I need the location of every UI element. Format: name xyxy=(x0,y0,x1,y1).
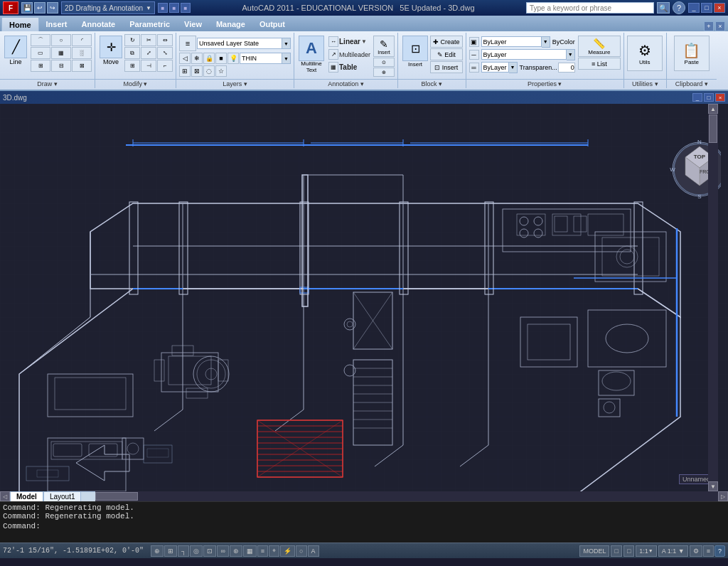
qp-btn[interactable]: ⚡ xyxy=(280,545,295,557)
info-btn[interactable]: ? xyxy=(673,1,685,14)
line-button[interactable]: ╱ Line xyxy=(3,34,28,67)
layout1-tab[interactable]: Layout1 xyxy=(43,491,82,501)
scroll-up-btn[interactable]: ▲ xyxy=(708,104,718,114)
ribbon-x[interactable]: × xyxy=(715,21,725,31)
ann-btn[interactable]: A xyxy=(308,545,319,557)
tb-btn2[interactable]: ■ xyxy=(169,3,179,13)
tp-btn[interactable]: ⌖ xyxy=(269,545,279,557)
layer-manager-btn[interactable]: ≡ xyxy=(179,36,196,51)
toolbar-btn[interactable]: ≡ xyxy=(703,545,714,557)
workspace-sw-btn[interactable]: ⚙ xyxy=(690,545,702,557)
boundary-btn[interactable]: ⊞ xyxy=(31,60,50,72)
layer-light-btn[interactable]: 💡 xyxy=(228,53,239,64)
tab-insert[interactable]: Insert xyxy=(39,17,75,31)
viewport-btn2[interactable]: □ xyxy=(623,545,634,557)
edit-block-btn[interactable]: ✎ Edit xyxy=(430,48,463,60)
scroll-down-btn[interactable]: ▼ xyxy=(708,481,718,491)
hatch-btn[interactable]: ▦ xyxy=(51,47,71,59)
model-space-btn[interactable]: MODEL xyxy=(579,545,609,557)
tb-btn1[interactable]: ■ xyxy=(158,3,168,13)
otrack-btn[interactable]: ∞ xyxy=(217,545,228,557)
lineweight-dropdown[interactable]: ByLayer xyxy=(481,62,509,73)
tab-parametric[interactable]: Parametric xyxy=(122,17,177,31)
paste-button[interactable]: 📋Paste xyxy=(674,36,710,71)
fillet-btn[interactable]: ⌐ xyxy=(157,60,173,72)
app-menu-button[interactable]: F xyxy=(3,1,18,14)
insert-block-btn2[interactable]: ⊡ Insert xyxy=(430,61,463,73)
viewport-btn1[interactable]: □ xyxy=(611,545,621,557)
circle-btn[interactable]: ○ xyxy=(51,34,71,46)
gradient-btn[interactable]: ░ xyxy=(72,47,92,59)
lineweight-arrow[interactable]: ▼ xyxy=(509,62,518,73)
layer-state-dropdown[interactable]: Unsaved Layer State xyxy=(197,38,282,49)
osnap-btn[interactable]: ⊡ xyxy=(203,545,216,557)
tab-annotate[interactable]: Annotate xyxy=(75,17,123,31)
create-block-btn[interactable]: ✚ Create xyxy=(430,36,463,48)
ann-extra1[interactable]: ⊙ xyxy=(373,58,395,67)
layer-color-btn[interactable]: ■ xyxy=(215,53,227,64)
layer-state-arrow[interactable]: ▼ xyxy=(282,38,291,49)
insert-block-button[interactable]: ⊡ Insert xyxy=(401,36,429,73)
table-btn[interactable]: ▦ xyxy=(328,62,338,73)
polyline-btn[interactable]: ⌒ xyxy=(31,34,50,46)
minimize-button[interactable]: _ xyxy=(688,3,700,13)
undo-quick[interactable]: ↩ xyxy=(34,2,46,14)
maximize-button[interactable]: □ xyxy=(701,3,712,13)
snap-btn[interactable]: ⊕ xyxy=(151,545,164,557)
command-input[interactable] xyxy=(41,522,725,530)
extend-btn[interactable]: ⊣ xyxy=(141,60,156,72)
save-quick[interactable]: 💾 xyxy=(21,2,33,14)
scroll-thumb-v[interactable] xyxy=(709,114,717,143)
tab-output[interactable]: Output xyxy=(252,17,292,31)
list-btn[interactable]: ≡ List xyxy=(578,58,621,70)
move-button[interactable]: ✛ Move xyxy=(98,34,124,67)
measure-btn[interactable]: 📏Measure xyxy=(578,36,621,57)
stretch-btn[interactable]: ⤢ xyxy=(141,47,156,59)
multileader-btn[interactable]: ↗ xyxy=(328,49,338,60)
layer-lock-btn[interactable]: 🔒 xyxy=(203,53,215,64)
linetype-dropdown[interactable]: ByLayer xyxy=(481,49,567,60)
scroll-thumb-h[interactable] xyxy=(95,492,138,501)
dyn-btn[interactable]: ▦ xyxy=(243,545,257,557)
color-arrow[interactable]: ▼ xyxy=(542,36,550,48)
trim-btn[interactable]: ✂ xyxy=(141,34,156,46)
grid-btn[interactable]: ⊞ xyxy=(164,545,177,557)
layer-name-arrow[interactable]: ▼ xyxy=(282,53,291,64)
inner-minimize[interactable]: _ xyxy=(692,93,702,102)
transparency-input[interactable] xyxy=(558,63,575,73)
workspace-selector[interactable]: 2D Drafting & Annotation ▼ xyxy=(61,1,155,14)
ribbon-plus[interactable]: + xyxy=(704,21,714,31)
tab-home[interactable]: Home xyxy=(1,17,39,31)
scale-btn[interactable]: ⤡ xyxy=(157,47,173,59)
mirror-btn[interactable]: ⇔ xyxy=(157,34,173,46)
sc-btn[interactable]: ○ xyxy=(296,545,306,557)
scale-btn[interactable]: 1:1 ▼ xyxy=(636,545,656,557)
ann-extra2[interactable]: ⊕ xyxy=(373,68,395,77)
scroll-right-btn[interactable]: ▷ xyxy=(718,491,728,501)
scroll-left-btn[interactable]: ◁ xyxy=(0,491,10,501)
layer-btn3[interactable]: ◌ xyxy=(203,65,215,77)
tb-btn3[interactable]: ■ xyxy=(181,3,191,13)
linetype-arrow[interactable]: ▼ xyxy=(567,49,575,60)
layer-freeze-btn[interactable]: ❄ xyxy=(191,53,203,64)
layer-prev-btn[interactable]: ◁ xyxy=(179,53,191,64)
search-btn[interactable]: 🔍 xyxy=(657,2,670,14)
right-scrollbar[interactable]: ▲ ▼ xyxy=(708,104,718,491)
tab-view[interactable]: View xyxy=(177,17,209,31)
tab-manage[interactable]: Manage xyxy=(209,17,252,31)
inner-maximize[interactable]: □ xyxy=(704,93,714,102)
layer-btn1[interactable]: ⊞ xyxy=(179,65,191,77)
inner-close[interactable]: × xyxy=(715,93,725,102)
bottom-scrollbar[interactable]: ◁ Model Layout1 ▷ xyxy=(0,491,728,501)
ortho-btn[interactable]: ┐ xyxy=(178,545,189,557)
region-btn[interactable]: ⊟ xyxy=(51,60,71,72)
close-button[interactable]: × xyxy=(714,3,725,13)
copy-btn[interactable]: ⧉ xyxy=(124,47,140,59)
color-dropdown[interactable]: ByLayer xyxy=(481,36,542,47)
insert-ann-btn[interactable]: ✎Insert xyxy=(373,36,395,57)
ducs-btn[interactable]: ⊛ xyxy=(230,545,242,557)
wipeout-btn[interactable]: ⊠ xyxy=(72,60,92,72)
layer-btn4[interactable]: ☆ xyxy=(215,65,227,77)
redo-quick[interactable]: ↪ xyxy=(47,2,58,14)
annotation-scale-btn[interactable]: A 1:1 ▼ xyxy=(658,545,688,557)
